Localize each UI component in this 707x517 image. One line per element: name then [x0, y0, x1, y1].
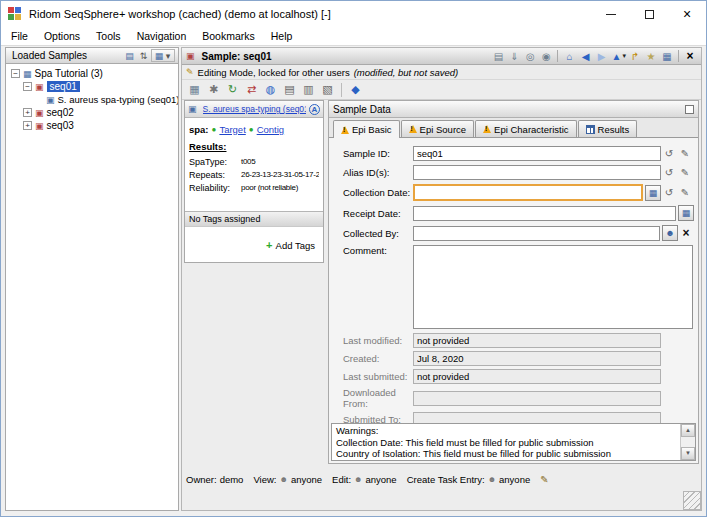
- edit-mode-text: Editing Mode, locked for other users: [198, 67, 350, 78]
- warning-line: Collection Date: This field must be fill…: [336, 437, 677, 449]
- tab-label: Epi Source: [420, 124, 466, 135]
- signature-icon[interactable]: ✎: [677, 167, 693, 178]
- collapse-icon[interactable]: −: [23, 82, 32, 91]
- up-icon[interactable]: ▲: [610, 51, 622, 62]
- samples-tree: − ▦ Spa Tutorial (3) − ▣ seq01 ▣ S. aure…: [5, 64, 179, 511]
- sample-icon: ▣: [35, 82, 44, 92]
- up-dropdown-icon[interactable]: ▾: [622, 52, 626, 60]
- calendar-button[interactable]: ▦: [645, 185, 661, 201]
- jump-icon[interactable]: ↱: [628, 51, 642, 62]
- tree-label-selected: seq01: [47, 81, 80, 92]
- spa-typing-link[interactable]: S. aureus spa-typing (seq01): [203, 104, 306, 114]
- tab-epi-characteristic[interactable]: Epi Characteristic: [475, 120, 576, 137]
- main-content: Loaded Samples ▤ ⇅ ▦ ▾ − ▦ Spa Tutorial …: [1, 46, 706, 516]
- snapshot-icon[interactable]: ▤: [491, 51, 505, 62]
- import-icon[interactable]: ⇓: [507, 51, 521, 62]
- menu-file[interactable]: File: [3, 28, 36, 44]
- tab-epi-basic[interactable]: Epi Basic: [333, 120, 400, 138]
- sort-icon[interactable]: ⇅: [137, 51, 150, 61]
- plus-icon: +: [266, 239, 272, 251]
- sample-data-panel: Sample Data Epi Basic Epi Source Epi Cha…: [328, 100, 699, 464]
- field-label: Collection Date:: [343, 187, 413, 198]
- tree-label: S. aureus spa-typing (seq01): [58, 94, 179, 105]
- history-icon[interactable]: ↺: [661, 187, 677, 198]
- tree-item-spa-tutorial[interactable]: − ▦ Spa Tutorial (3): [6, 67, 178, 80]
- comment-textarea[interactable]: [413, 245, 693, 329]
- signature-icon[interactable]: ✎: [677, 187, 693, 198]
- history-icon[interactable]: ↺: [661, 148, 677, 159]
- task-entry-group: Create Task Entry: ☻ anyone: [407, 474, 531, 485]
- owner-value: demo: [220, 474, 244, 485]
- person-picker-button[interactable]: ☻: [662, 225, 678, 241]
- tab-epi-source[interactable]: Epi Source: [401, 120, 474, 137]
- sample-id-input[interactable]: [413, 146, 661, 161]
- target-link[interactable]: Target: [219, 124, 245, 135]
- back-icon[interactable]: ◀: [578, 51, 592, 62]
- sample-icon: ▣: [186, 51, 195, 61]
- menu-navigation[interactable]: Navigation: [129, 28, 195, 44]
- close-button[interactable]: ×: [668, 1, 706, 27]
- collection-date-input[interactable]: [413, 184, 643, 201]
- tree-item-spa-typing[interactable]: ▣ S. aureus spa-typing (seq01): [6, 93, 178, 106]
- export-icon[interactable]: ▤: [123, 51, 136, 61]
- expand-icon[interactable]: +: [23, 121, 32, 130]
- maximize-button[interactable]: [630, 1, 668, 27]
- scroll-down-icon[interactable]: ▼: [681, 447, 695, 460]
- save-icon[interactable]: ▦: [660, 51, 674, 62]
- collected-by-input[interactable]: [413, 226, 660, 241]
- signature-icon[interactable]: ✎: [677, 148, 693, 159]
- menu-help[interactable]: Help: [263, 28, 301, 44]
- add-tags-button[interactable]: + Add Tags: [266, 239, 315, 251]
- field-label: Comment:: [343, 245, 413, 256]
- menu-options[interactable]: Options: [36, 28, 88, 44]
- calendar-button[interactable]: ▦: [678, 205, 694, 221]
- receipt-date-input[interactable]: [413, 206, 676, 221]
- tab-results[interactable]: Results: [578, 120, 638, 137]
- forward-icon[interactable]: ▶: [594, 51, 608, 62]
- warnings-scrollbar[interactable]: ▲ ▼: [680, 424, 695, 460]
- resize-grip[interactable]: [683, 491, 701, 510]
- status-dot-icon: ●: [212, 125, 217, 134]
- history-icon[interactable]: ↺: [661, 167, 677, 178]
- menu-bookmarks[interactable]: Bookmarks: [194, 28, 263, 44]
- collapse-panel-button[interactable]: [685, 105, 694, 114]
- sample-data-tabs: Epi Basic Epi Source Epi Characteristic …: [329, 118, 698, 138]
- maximize-icon: [645, 10, 654, 19]
- loaded-samples-panel: Loaded Samples ▤ ⇅ ▦ ▾ − ▦ Spa Tutorial …: [5, 47, 179, 511]
- minimize-button[interactable]: [592, 1, 630, 27]
- globe-icon[interactable]: ◍: [262, 82, 279, 98]
- close-panel-icon[interactable]: ×: [683, 49, 697, 63]
- gear-icon[interactable]: ✱: [205, 82, 222, 98]
- home-icon[interactable]: ⌂: [562, 51, 576, 62]
- owner-group: Owner: demo: [186, 474, 243, 485]
- loaded-samples-header: Loaded Samples ▤ ⇅ ▦ ▾: [5, 47, 179, 64]
- report-icon[interactable]: ▧: [319, 82, 336, 98]
- edit-table-icon[interactable]: ▦: [186, 82, 203, 98]
- view-menu-button[interactable]: ▦ ▾: [151, 49, 175, 62]
- record-icon[interactable]: ◉: [539, 51, 553, 62]
- sample-data-icon[interactable]: ◆: [347, 82, 364, 98]
- edit-permissions-icon[interactable]: ✎: [540, 474, 548, 485]
- chart-icon[interactable]: ▥: [300, 82, 317, 98]
- scroll-up-icon[interactable]: ▲: [681, 424, 695, 437]
- warning-icon: [409, 125, 417, 133]
- edit-group: Edit: ☻ anyone: [332, 474, 397, 485]
- menu-tools[interactable]: Tools: [88, 28, 129, 44]
- tree-item-seq01[interactable]: − ▣ seq01: [6, 80, 178, 93]
- field-label: Alias ID(s):: [343, 167, 413, 178]
- bookmark-star-icon[interactable]: ★: [644, 51, 658, 62]
- approved-status-icon[interactable]: A: [309, 104, 320, 115]
- pin-icon[interactable]: ◎: [523, 51, 537, 62]
- sync-icon[interactable]: ⇄: [243, 82, 260, 98]
- sample-data-header: Sample Data: [329, 101, 698, 118]
- refresh-icon[interactable]: ↻: [224, 82, 241, 98]
- alias-ids-input[interactable]: [413, 165, 661, 180]
- expand-icon[interactable]: +: [23, 108, 32, 117]
- tree-item-seq02[interactable]: + ▣ seq02: [6, 106, 178, 119]
- print-icon[interactable]: ▤: [281, 82, 298, 98]
- loaded-samples-title: Loaded Samples: [12, 50, 87, 61]
- tree-item-seq03[interactable]: + ▣ seq03: [6, 119, 178, 132]
- clear-icon[interactable]: ×: [678, 226, 694, 240]
- contig-link[interactable]: Contig: [257, 124, 284, 135]
- collapse-icon[interactable]: −: [11, 69, 20, 78]
